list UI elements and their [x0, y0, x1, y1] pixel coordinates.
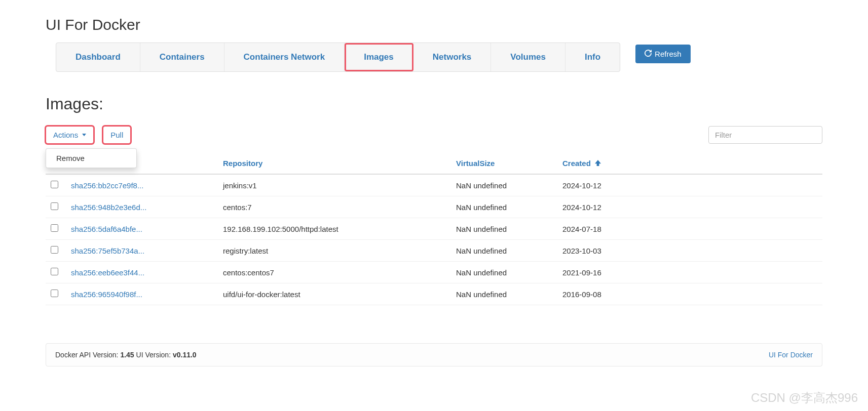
- row-checkbox-cell: [46, 218, 66, 240]
- cell-created: 2024-10-12: [557, 196, 822, 218]
- cell-created: 2024-07-18: [557, 218, 822, 240]
- tab-containers[interactable]: Containers: [140, 43, 224, 71]
- cell-id: sha256:5daf6a4bfe...: [66, 218, 218, 240]
- actions-dropdown-menu: Remove: [46, 148, 137, 168]
- api-version: 1.45: [120, 351, 134, 359]
- ui-label: UI Version:: [134, 351, 173, 359]
- cell-id: sha256:965940f98f...: [66, 283, 218, 305]
- table-row: sha256:eeb6ee3f44...centos:centos7NaN un…: [46, 262, 822, 283]
- actions-dropdown-button[interactable]: Actions: [46, 126, 94, 144]
- api-label: Docker API Version:: [55, 351, 120, 359]
- cell-repository: registry:latest: [218, 240, 451, 262]
- table-row: sha256:5daf6a4bfe...192.168.199.102:5000…: [46, 218, 822, 240]
- row-checkbox-cell: [46, 262, 66, 283]
- row-checkbox-cell: [46, 196, 66, 218]
- table-row: sha256:965940f98f...uifd/ui-for-docker:l…: [46, 283, 822, 305]
- filter-input[interactable]: [708, 126, 822, 144]
- cell-created: 2023-10-03: [557, 240, 822, 262]
- tab-images[interactable]: Images: [345, 43, 413, 71]
- refresh-icon: [645, 50, 652, 58]
- image-id-link[interactable]: sha256:eeb6ee3f44...: [71, 268, 144, 277]
- tab-info[interactable]: Info: [565, 43, 620, 71]
- chevron-down-icon: [82, 134, 86, 136]
- tab-dashboard[interactable]: Dashboard: [56, 43, 140, 71]
- image-id-link[interactable]: sha256:965940f98f...: [71, 290, 142, 299]
- table-row: sha256:948b2e3e6d...centos:7NaN undefine…: [46, 196, 822, 218]
- tab-networks[interactable]: Networks: [413, 43, 492, 71]
- dropdown-item-remove[interactable]: Remove: [46, 149, 136, 168]
- cell-virtualsize: NaN undefined: [451, 283, 557, 305]
- row-checkbox[interactable]: [51, 202, 58, 210]
- cell-id: sha256:eeb6ee3f44...: [66, 262, 218, 283]
- cell-virtualsize: NaN undefined: [451, 262, 557, 283]
- sort-asc-icon: [595, 159, 601, 168]
- nav-tabs: DashboardContainersContainers NetworkIma…: [56, 43, 620, 72]
- image-id-link[interactable]: sha256:75ef5b734a...: [71, 246, 144, 255]
- pull-label: Pull: [110, 131, 123, 139]
- row-checkbox[interactable]: [51, 290, 58, 297]
- row-checkbox[interactable]: [51, 224, 58, 232]
- cell-repository: centos:centos7: [218, 262, 451, 283]
- images-table: Id Repository VirtualSize Created sha256…: [46, 153, 822, 305]
- row-checkbox-cell: [46, 283, 66, 305]
- cell-repository: 192.168.199.102:5000/httpd:latest: [218, 218, 451, 240]
- header-virtualsize[interactable]: VirtualSize: [451, 153, 557, 174]
- cell-created: 2024-10-12: [557, 174, 822, 196]
- row-checkbox[interactable]: [51, 181, 58, 188]
- image-id-link[interactable]: sha256:948b2e3e6d...: [71, 203, 146, 212]
- footer: Docker API Version: 1.45 UI Version: v0.…: [46, 343, 822, 366]
- row-checkbox-cell: [46, 174, 66, 196]
- cell-virtualsize: NaN undefined: [451, 218, 557, 240]
- cell-virtualsize: NaN undefined: [451, 174, 557, 196]
- cell-repository: uifd/ui-for-docker:latest: [218, 283, 451, 305]
- image-id-link[interactable]: sha256:bb2cc7e9f8...: [71, 181, 143, 190]
- cell-repository: jenkins:v1: [218, 174, 451, 196]
- ui-version: v0.11.0: [173, 351, 197, 359]
- toolbar: Actions Remove Pull: [46, 126, 822, 144]
- cell-created: 2021-09-16: [557, 262, 822, 283]
- cell-id: sha256:75ef5b734a...: [66, 240, 218, 262]
- app-title: UI For Docker: [46, 16, 822, 33]
- page-heading: Images:: [46, 95, 822, 113]
- actions-label: Actions: [53, 131, 78, 139]
- cell-virtualsize: NaN undefined: [451, 196, 557, 218]
- header-repository[interactable]: Repository: [218, 153, 451, 174]
- cell-created: 2016-09-08: [557, 283, 822, 305]
- cell-virtualsize: NaN undefined: [451, 240, 557, 262]
- table-row: sha256:bb2cc7e9f8...jenkins:v1NaN undefi…: [46, 174, 822, 196]
- cell-repository: centos:7: [218, 196, 451, 218]
- row-checkbox[interactable]: [51, 268, 58, 275]
- cell-id: sha256:948b2e3e6d...: [66, 196, 218, 218]
- tab-volumes[interactable]: Volumes: [491, 43, 565, 71]
- header-created[interactable]: Created: [557, 153, 822, 174]
- cell-id: sha256:bb2cc7e9f8...: [66, 174, 218, 196]
- tab-containers-network[interactable]: Containers Network: [224, 43, 345, 71]
- pull-button[interactable]: Pull: [103, 126, 131, 144]
- header-created-label: Created: [562, 159, 591, 168]
- footer-version-text: Docker API Version: 1.45 UI Version: v0.…: [55, 351, 197, 359]
- refresh-button[interactable]: Refresh: [635, 45, 691, 63]
- footer-link[interactable]: UI For Docker: [769, 351, 813, 359]
- refresh-label: Refresh: [655, 50, 682, 58]
- row-checkbox-cell: [46, 240, 66, 262]
- table-row: sha256:75ef5b734a...registry:latestNaN u…: [46, 240, 822, 262]
- row-checkbox[interactable]: [51, 246, 58, 254]
- image-id-link[interactable]: sha256:5daf6a4bfe...: [71, 225, 142, 233]
